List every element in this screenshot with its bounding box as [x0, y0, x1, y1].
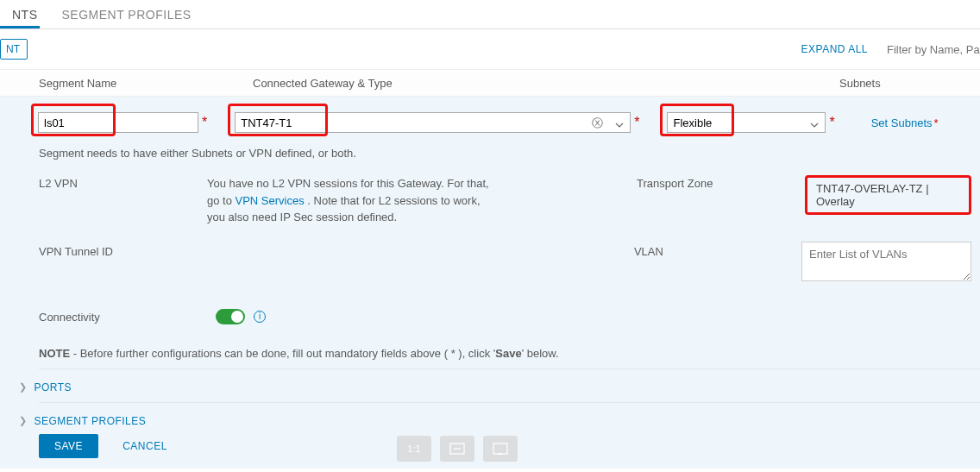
segment-name-input[interactable] — [38, 112, 198, 133]
segment-form: * ⓧ * * Set Subnets* Segment needs to ha… — [0, 97, 980, 469]
zoom-controls: 1:1 — [397, 436, 518, 462]
vlan-input[interactable] — [801, 242, 971, 281]
form-footer: SAVE CANCEL — [39, 434, 167, 458]
chevron-right-icon[interactable]: ❯ — [19, 381, 28, 393]
vpn-tunnel-id-label: VPN Tunnel ID — [39, 243, 206, 258]
header-segment-name: Segment Name — [0, 77, 214, 90]
connectivity-label: Connectivity — [39, 309, 216, 324]
connectivity-toggle[interactable] — [216, 309, 245, 324]
chevron-right-icon[interactable]: ❯ — [19, 415, 28, 426]
tab-segments[interactable]: NTS — [0, 1, 50, 28]
info-icon[interactable]: i — [254, 311, 266, 323]
required-mark: * — [829, 115, 834, 130]
zoom-screen-icon[interactable] — [483, 436, 518, 462]
column-headers: Segment Name Connected Gateway & Type Su… — [0, 69, 980, 97]
chevron-down-icon[interactable] — [615, 117, 624, 133]
chevron-down-icon[interactable] — [810, 117, 819, 133]
transport-zone-label: Transport Zone — [637, 175, 805, 190]
active-tab-indicator — [0, 26, 40, 28]
section-segment-profiles[interactable]: SEGMENT PROFILES — [35, 415, 147, 427]
save-button[interactable]: SAVE — [39, 434, 98, 458]
required-mark: * — [202, 115, 207, 130]
filter-input[interactable] — [887, 43, 980, 56]
form-hint: Segment needs to have either Subnets or … — [0, 138, 980, 163]
header-gateway-type: Connected Gateway & Type — [214, 77, 833, 90]
expand-all-link[interactable]: EXPAND ALL — [801, 43, 868, 55]
svg-rect-2 — [493, 444, 507, 454]
add-segment-button[interactable]: NT — [0, 39, 28, 60]
tabs-bar: NTS SEGMENT PROFILES — [0, 0, 980, 29]
toolbar: NT EXPAND ALL — [0, 29, 980, 69]
form-note: NOTE - Before further configurations can… — [0, 324, 980, 360]
cancel-button[interactable]: CANCEL — [122, 440, 167, 452]
required-mark: * — [634, 115, 639, 130]
svg-rect-3 — [499, 453, 502, 455]
set-subnets-link[interactable]: Set Subnets* — [871, 116, 939, 129]
vlan-label: VLAN — [634, 243, 801, 258]
tab-segment-profiles[interactable]: SEGMENT PROFILES — [50, 1, 204, 28]
vpn-services-link[interactable]: VPN Services — [236, 194, 305, 207]
transport-zone-value: TNT47-OVERLAY-TZ | Overlay — [805, 175, 971, 215]
gateway-input[interactable] — [235, 112, 631, 133]
l2vpn-label: L2 VPN — [39, 175, 207, 190]
section-ports[interactable]: PORTS — [35, 381, 72, 393]
type-select[interactable] — [667, 112, 826, 133]
header-subnets: Subnets — [833, 77, 980, 90]
clear-icon[interactable]: ⓧ — [592, 116, 603, 131]
zoom-fit-icon[interactable] — [440, 436, 474, 462]
l2vpn-text: You have no L2 VPN sessions for this Gat… — [207, 175, 500, 226]
zoom-actual-icon[interactable]: 1:1 — [397, 436, 431, 462]
